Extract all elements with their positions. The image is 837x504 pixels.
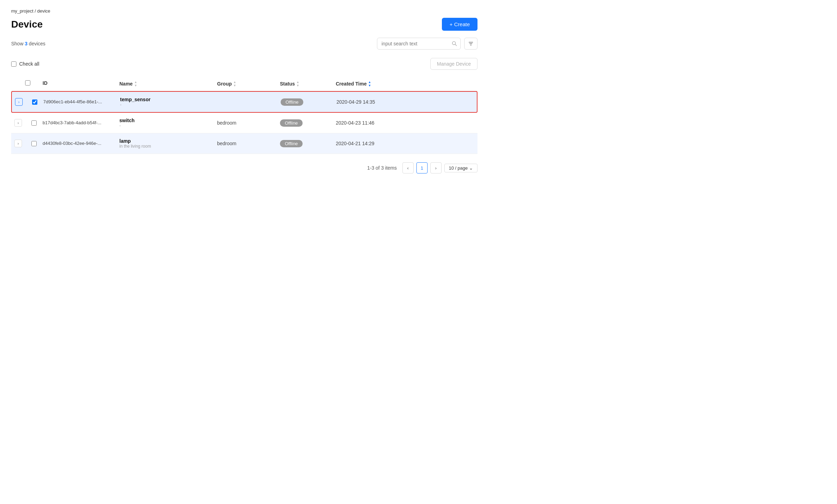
table-row[interactable]: › b17d4bc3-7abb-4add-b54f-... switch - b… (11, 113, 477, 133)
name-sort-arrows: ▲▼ (134, 80, 137, 87)
row-status-1: Offline (280, 119, 336, 127)
row-check-0[interactable] (32, 99, 37, 105)
check-all-label[interactable]: Check all (11, 61, 39, 67)
row-expander-1[interactable]: › (14, 119, 22, 127)
check-all-checkbox[interactable] (11, 61, 16, 67)
row-created-2: 2020-04-21 14:29 (336, 141, 477, 146)
svg-line-1 (455, 44, 457, 46)
row-expander-0[interactable]: › (15, 98, 23, 106)
status-badge-2: Offline (280, 140, 303, 147)
row-expander-2[interactable]: › (14, 140, 22, 147)
prev-page-button[interactable]: ‹ (402, 162, 414, 173)
row-id-0: 7d906ec1-eb44-4f5e-86e1-... (43, 98, 120, 105)
group-sort-arrows: ▲▼ (233, 80, 236, 87)
table-row[interactable]: › 7d906ec1-eb44-4f5e-86e1-... temp_senso… (11, 91, 477, 113)
search-input-wrap (377, 38, 461, 50)
show-label: Show (11, 41, 23, 46)
devices-label: devices (29, 41, 45, 46)
status-badge-1: Offline (280, 119, 303, 127)
filter-icon (468, 41, 474, 46)
search-input[interactable] (377, 38, 461, 50)
row-checkbox-1 (25, 120, 43, 126)
per-page-chevron: ⌄ (469, 165, 473, 171)
row-group-1: bedroom (217, 120, 280, 126)
status-badge-0: Offline (281, 98, 303, 106)
device-count: 3 (25, 41, 28, 46)
page-container: my_project / device Device + Create Show… (0, 0, 489, 182)
row-group-2: bedroom (217, 141, 280, 146)
filter-button[interactable] (464, 38, 477, 50)
page-1-button[interactable]: 1 (416, 162, 428, 173)
search-icon (452, 41, 457, 46)
row-check-2[interactable] (31, 141, 37, 146)
manage-device-button[interactable]: Manage Device (430, 58, 477, 70)
col-header-checkbox (25, 80, 43, 87)
pagination-row: 1-3 of 3 items ‹ 1 › 10 / page ⌄ (11, 162, 477, 173)
table-row[interactable]: › d4430fe8-03bc-42ee-946e-... lamp in th… (11, 133, 477, 154)
row-name-1: switch - (119, 118, 217, 128)
status-sort-arrows: ▲▼ (296, 80, 299, 87)
show-count: Show 3 devices (11, 41, 45, 46)
pagination-range: 1-3 of 3 items (367, 165, 397, 171)
col-header-expander (11, 80, 25, 87)
search-icon-button[interactable] (452, 41, 457, 46)
row-checkbox-0 (26, 99, 43, 105)
breadcrumb-page: device (37, 8, 50, 14)
row-created-0: 2020-04-29 14:35 (336, 99, 477, 105)
toolbar-row: Show 3 devices (11, 38, 477, 50)
table-body: › 7d906ec1-eb44-4f5e-86e1-... temp_senso… (11, 91, 477, 154)
search-filter-row (377, 38, 477, 50)
breadcrumb-separator: / (35, 8, 36, 14)
table-header: ID Name ▲▼ Group ▲▼ Status ▲▼ Created Ti… (11, 77, 477, 91)
row-check-1[interactable] (31, 120, 37, 126)
col-header-name[interactable]: Name ▲▼ (119, 80, 217, 87)
col-header-created-time[interactable]: Created Time ▲▼ (336, 80, 477, 87)
row-created-1: 2020-04-23 11:46 (336, 120, 477, 126)
per-page-label: 10 / page (449, 165, 468, 171)
row-checkbox-2 (25, 141, 43, 146)
row-status-0: Offline (281, 98, 336, 106)
breadcrumb-project[interactable]: my_project (11, 8, 34, 14)
col-header-group[interactable]: Group ▲▼ (217, 80, 280, 87)
created-time-sort-arrows: ▲▼ (368, 80, 371, 87)
row-status-2: Offline (280, 140, 336, 147)
next-page-button[interactable]: › (430, 162, 442, 173)
col-header-status[interactable]: Status ▲▼ (280, 80, 336, 87)
header-checkbox[interactable] (25, 80, 30, 86)
row-name-0: temp_sensor - (120, 97, 218, 107)
row-id-1: b17d4bc3-7abb-4add-b54f-... (43, 119, 119, 126)
check-manage-row: Check all Manage Device (11, 55, 477, 73)
row-name-2: lamp in the living room (119, 138, 217, 149)
header-row: Device + Create (11, 18, 477, 31)
col-header-id: ID (43, 80, 119, 87)
per-page-button[interactable]: 10 / page ⌄ (444, 164, 477, 172)
create-button[interactable]: + Create (442, 18, 477, 31)
row-id-2: d4430fe8-03bc-42ee-946e-... (43, 140, 119, 147)
breadcrumb: my_project / device (11, 8, 477, 14)
page-title: Device (11, 19, 43, 30)
check-all-text: Check all (19, 61, 39, 67)
